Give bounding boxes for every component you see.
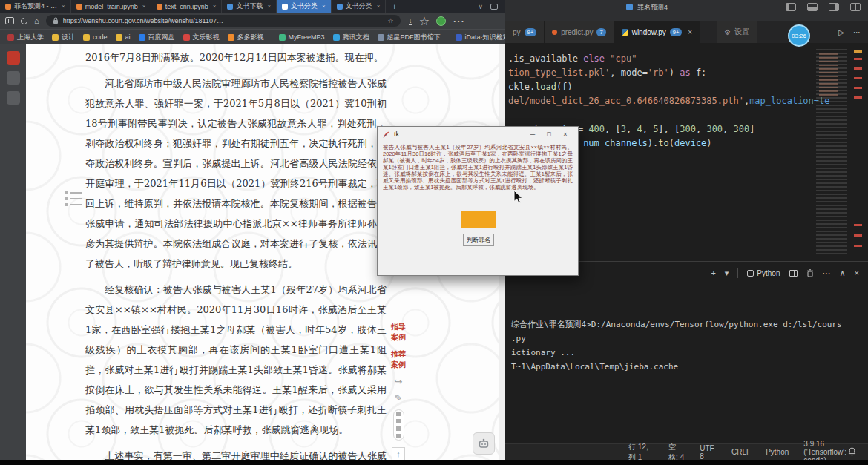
tab-close-icon[interactable]: ×	[688, 28, 692, 36]
bookmark-favicon	[456, 34, 462, 41]
terminal-dropdown-icon[interactable]: ▾	[725, 268, 729, 278]
kill-terminal-icon[interactable]	[806, 269, 814, 277]
bookmark-item[interactable]: 设计	[52, 33, 75, 42]
browser-tab[interactable]: model_train.ipynb×	[71, 0, 151, 13]
tab-close-icon[interactable]: ×	[213, 3, 217, 10]
bookmark-item[interactable]: 多多影视…	[228, 33, 271, 42]
language-mode[interactable]: Python	[766, 448, 789, 456]
assistant-badge[interactable]	[473, 432, 495, 455]
dialog-orange-box[interactable]	[461, 211, 496, 228]
browser-tab[interactable]: 罪名预测4 - …×	[0, 0, 71, 13]
panel-close-icon[interactable]: ×	[855, 268, 859, 277]
minimap[interactable]	[816, 49, 847, 255]
document-paragraph: 上述事实，有第一审、第二审开庭审理中经质证确认的被告人张威作案所用筷子、枕头等物…	[85, 446, 387, 460]
browser-menu-icon[interactable]: ⋯	[453, 14, 464, 28]
browser-tab-favicon	[337, 4, 343, 10]
editor-tab-predict[interactable]: predict.py 7	[545, 21, 614, 43]
bookmark-item[interactable]: 百度网盘	[139, 33, 175, 42]
qr-code-pill[interactable]	[393, 409, 404, 441]
bookmark-favicon	[228, 34, 234, 41]
problems-badge: 7	[596, 28, 605, 36]
code-line: del/model_dict_26_acc_0.646640826873385.…	[508, 94, 830, 108]
document-text: 2016年7月8日刑满释放。2020年12月14日因本案被逮捕。现在押。河北省廊…	[85, 47, 387, 460]
dialog-maximize-button[interactable]: □	[541, 131, 557, 138]
vertical-tabs-icon[interactable]	[5, 17, 14, 24]
bookmark-item[interactable]: 上海大学	[7, 33, 44, 42]
tab-close-icon[interactable]: ×	[377, 3, 381, 10]
recommended-cases-link[interactable]: 推荐案例	[389, 349, 407, 370]
browser-tab-favicon	[5, 4, 11, 10]
address-bar[interactable]: https://wenshu.court.gov.cn/website/wens…	[46, 15, 401, 27]
editor-tab-window[interactable]: window.py 9+ ×	[614, 21, 701, 43]
terminal-shell-item[interactable]: Python	[747, 269, 780, 277]
bookmark-item[interactable]: 腾讯文档	[333, 33, 369, 42]
terminal[interactable]: 综合作业\罪名预测4>D:/Anaconda/envs/Tensorflow/p…	[505, 283, 868, 443]
browser-tab[interactable]: text_cnn.ipynb×	[151, 0, 223, 13]
bookmark-item[interactable]: code	[83, 33, 108, 41]
run-button[interactable]: ▷	[838, 28, 844, 36]
new-tab-button[interactable]: +	[386, 0, 402, 13]
toggle-secondary-sidebar-icon[interactable]	[829, 3, 839, 11]
browser-tab[interactable]: 文书下载×	[222, 0, 277, 13]
editor-tab-1[interactable]: py 9+	[505, 21, 545, 43]
refresh-icon[interactable]	[19, 16, 29, 26]
toggle-sidebar-icon[interactable]	[786, 3, 796, 11]
tab-close-icon[interactable]: ×	[62, 3, 65, 10]
editor-tab-label: py	[513, 28, 521, 36]
panel-maximize-icon[interactable]: ∧	[840, 268, 846, 278]
strip-tool-icon-2[interactable]	[7, 91, 20, 105]
strip-tool-icon[interactable]	[7, 71, 20, 85]
scrollbar-annotation	[854, 77, 862, 79]
customize-layout-icon[interactable]	[850, 3, 861, 11]
split-terminal-icon[interactable]	[789, 270, 798, 277]
workspaces-icon[interactable]	[490, 4, 498, 10]
eol[interactable]: CRLF	[731, 448, 751, 456]
scrollbar-annotation	[854, 245, 862, 247]
home-icon[interactable]: ⌂	[34, 17, 39, 25]
user-avatar[interactable]	[436, 16, 446, 26]
notifications-icon[interactable]	[848, 447, 856, 456]
strip-app-icon[interactable]	[7, 51, 20, 65]
dialog-minimize-button[interactable]: ─	[525, 131, 541, 138]
toc-icon[interactable]	[65, 191, 82, 209]
bookmark-item[interactable]: ai	[116, 33, 131, 41]
bookmark-label: 腾讯文档	[343, 33, 369, 42]
bookmark-label: 上海大学	[17, 33, 44, 42]
editor-tab-settings[interactable]: ⚙ 设置	[717, 21, 757, 43]
judge-crime-button[interactable]: 判断罪名	[463, 234, 494, 246]
tab-close-icon[interactable]: ×	[267, 3, 271, 10]
download-icon[interactable]: ↓	[409, 17, 412, 25]
back-to-top-button[interactable]: ↑	[392, 447, 405, 460]
bookmark-star-icon[interactable]: ☆	[388, 17, 394, 24]
favorites-icon[interactable]: ☆	[419, 14, 430, 28]
bookmark-item[interactable]: iData·知识检索	[456, 33, 505, 42]
tab-close-icon[interactable]: ×	[322, 3, 326, 10]
panel-more-icon[interactable]: ⋯	[823, 268, 831, 278]
bookmark-item[interactable]: 文乐影视	[183, 33, 220, 42]
browser-tab-label: model_train.ipynb	[85, 3, 138, 10]
dialog-title-bar[interactable]: tk ─ □ ×	[378, 127, 578, 142]
dialog-text[interactable]: 被告人张威与被害人王某1（殁年27岁）均系河北省文安县××镇××村村民。2020…	[383, 144, 573, 194]
browser-tab[interactable]: 文书分类×	[332, 0, 387, 13]
encoding[interactable]: UTF-8	[700, 444, 717, 461]
new-terminal-button[interactable]: +	[711, 268, 715, 277]
bookmark-item[interactable]: MyFreeMP3	[279, 33, 325, 41]
browser-tab[interactable]: 文书分类×	[277, 0, 332, 13]
tk-dialog: tk ─ □ × 被告人张威与被害人王某1（殁年27岁）均系河北省文安县××镇×…	[377, 126, 579, 276]
toggle-panel-icon[interactable]	[807, 3, 818, 11]
tab-close-icon[interactable]: ×	[142, 3, 146, 10]
bookmark-favicon	[183, 34, 190, 41]
browser-tab-label: 文书分类	[291, 1, 318, 11]
edit-icon[interactable]: ✎	[395, 393, 403, 403]
editor-more-icon[interactable]: ⋯	[853, 28, 861, 36]
scrollbar-annotation	[854, 96, 862, 99]
guide-cases-link[interactable]: 指导案例	[389, 322, 407, 343]
dialog-close-button[interactable]: ×	[557, 131, 573, 138]
bookmark-item[interactable]: 超星PDF图书馆下…	[378, 33, 447, 42]
share-icon[interactable]: ↪	[395, 377, 403, 386]
bookmark-favicon	[83, 34, 90, 41]
tab-list-chevron-icon[interactable]: ∨	[478, 3, 483, 10]
layout-controls	[786, 3, 861, 11]
url-text: https://wenshu.court.gov.cn/website/wens…	[63, 17, 384, 24]
document-paragraph: 经复核确认：被告人张威与被害人王某1（殁年27岁）均系河北省文安县××镇××村村…	[85, 280, 387, 440]
